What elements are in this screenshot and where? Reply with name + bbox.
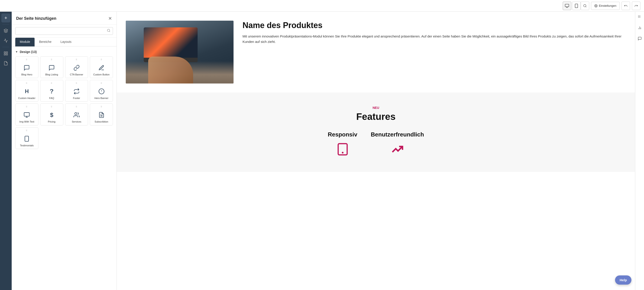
- features-title: Features: [126, 111, 626, 122]
- svg-rect-24: [25, 136, 28, 141]
- sidebar-thin: +: [0, 12, 12, 290]
- pages-btn[interactable]: [1, 59, 10, 68]
- module-hero-banner[interactable]: ⠿ Hero Banner: [90, 80, 113, 102]
- custom-button-label: Custom Button: [93, 73, 110, 76]
- search-topbar-btn[interactable]: [581, 2, 589, 10]
- desktop-btn[interactable]: [563, 2, 571, 10]
- module-grid: ⠿ Blog Hero ⠿ Blog Listing ⠿: [15, 56, 113, 149]
- testimonials-icon: [23, 135, 31, 143]
- module-testimonials[interactable]: ⠿ Testimonials: [15, 127, 38, 149]
- drag-dots: ⠿: [26, 82, 28, 86]
- mobile-btn[interactable]: [572, 2, 581, 10]
- topbar: Einstellungen: [0, 0, 644, 12]
- module-subscribtion[interactable]: ⠿ Subscribtion: [90, 104, 113, 125]
- img-with-text-label: Img With Text: [19, 120, 34, 123]
- custom-button-icon: [98, 64, 106, 72]
- testimonials-label: Testimonials: [20, 144, 34, 147]
- drag-dots: ⠿: [76, 82, 78, 86]
- close-panel-btn[interactable]: ✕: [108, 16, 112, 21]
- drag-dots: ⠿: [100, 59, 102, 62]
- canvas-inner: Name des Produktes Mit unserem innovativ…: [117, 12, 635, 290]
- svg-point-28: [638, 16, 638, 16]
- tab-bereiche[interactable]: Bereiche: [34, 38, 56, 46]
- help-button[interactable]: Help: [615, 276, 632, 284]
- footer-icon: [72, 87, 80, 96]
- module-cta-banner[interactable]: ⠿ CTA Banner: [65, 56, 88, 78]
- svg-line-6: [586, 6, 586, 7]
- svg-point-30: [640, 16, 640, 16]
- module-faq[interactable]: ⠿ ? FAQ: [40, 80, 63, 102]
- settings-label: Einstellungen: [599, 4, 616, 8]
- svg-point-29: [639, 16, 639, 16]
- svg-rect-11: [6, 54, 8, 55]
- blog-listing-icon: [48, 64, 56, 72]
- module-list: ▼ Design (13) ⠿ Blog Hero ⠿ Bl: [12, 46, 116, 290]
- custom-header-label: Custom Header: [18, 97, 36, 100]
- sidebar-divider-1: [2, 24, 9, 24]
- search-icon[interactable]: [107, 29, 110, 33]
- analytics-btn[interactable]: [1, 36, 10, 45]
- grid-icon-btn[interactable]: [636, 14, 643, 21]
- module-services[interactable]: ⠿ Services: [65, 104, 88, 125]
- svg-point-33: [640, 16, 640, 17]
- search-bar: [12, 24, 116, 38]
- blog-listing-label: Blog Listing: [45, 73, 58, 76]
- product-section: Name des Produktes Mit unserem innovativ…: [117, 12, 635, 92]
- section-header[interactable]: ▼ Design (13): [15, 50, 113, 54]
- sidebar-divider-2: [2, 47, 9, 47]
- panel-title: Der Seite hinzufügen: [16, 16, 56, 21]
- drag-dots: ⠿: [51, 59, 52, 62]
- footer-label: Footer: [73, 97, 80, 100]
- tab-layouts[interactable]: Layouts: [56, 38, 76, 46]
- feature-benutzerfreundlich: Benutzerfreundlich: [371, 131, 424, 158]
- svg-point-34: [638, 17, 638, 18]
- drag-dots: ⠿: [26, 59, 28, 62]
- tab-module[interactable]: Module: [15, 38, 34, 46]
- svg-rect-10: [6, 52, 8, 53]
- hero-banner-icon: [98, 87, 106, 96]
- search-input-wrap: [15, 27, 113, 35]
- feature-benutzerfreundlich-name: Benutzerfreundlich: [371, 131, 424, 138]
- undo-btn[interactable]: [622, 2, 630, 10]
- module-blog-hero[interactable]: ⠿ Blog Hero: [15, 56, 38, 78]
- features-section: NEU Features Responsiv Benutzerfreundlic…: [117, 92, 635, 172]
- blog-hero-icon: [23, 64, 31, 72]
- chevron-down-icon: ▼: [15, 50, 18, 54]
- chat-btn[interactable]: [636, 35, 643, 42]
- cta-banner-label: CTA Banner: [70, 73, 83, 76]
- tablet-icon: [328, 142, 358, 158]
- settings-btn[interactable]: Einstellungen: [591, 2, 620, 10]
- img-with-text-icon: [23, 111, 31, 119]
- services-icon: [72, 111, 80, 119]
- module-pricing[interactable]: ⠿ $ Pricing: [40, 104, 63, 125]
- feature-responsiv-name: Responsiv: [328, 131, 358, 138]
- main-layout: + Der Seite hinzufügen ✕: [0, 12, 644, 290]
- topbar-right: Einstellungen: [581, 2, 640, 10]
- svg-point-36: [640, 17, 640, 18]
- elements-btn[interactable]: [1, 49, 10, 58]
- services-label: Services: [72, 120, 81, 123]
- cta-banner-icon: [72, 64, 80, 72]
- drag-dots: ⠿: [26, 130, 28, 133]
- pricing-label: Pricing: [48, 120, 56, 123]
- product-desc: Mit unserem innovativen Produktpräsentat…: [242, 34, 626, 44]
- module-blog-listing[interactable]: ⠿ Blog Listing: [40, 56, 63, 78]
- feature-responsiv: Responsiv: [328, 131, 358, 158]
- add-btn[interactable]: +: [1, 14, 10, 22]
- svg-marker-8: [4, 29, 8, 31]
- svg-rect-3: [575, 4, 578, 8]
- module-footer[interactable]: ⠿ Footer: [65, 80, 88, 102]
- right-sidebar: [635, 12, 644, 290]
- module-img-with-text[interactable]: ⠿ Img With Text: [15, 104, 38, 125]
- redo-btn[interactable]: [632, 2, 640, 10]
- module-custom-button[interactable]: ⠿ Custom Button: [90, 56, 113, 78]
- svg-point-35: [639, 17, 639, 18]
- bar-chart-btn[interactable]: [636, 24, 643, 32]
- svg-point-31: [638, 16, 638, 17]
- svg-rect-9: [4, 52, 6, 53]
- search-input[interactable]: [18, 29, 105, 33]
- drag-dots: ⠿: [26, 106, 28, 110]
- layers-btn[interactable]: [1, 26, 10, 35]
- module-custom-header[interactable]: ⠿ H Custom Header: [15, 80, 38, 102]
- product-text: Name des Produktes Mit unserem innovativ…: [242, 21, 626, 84]
